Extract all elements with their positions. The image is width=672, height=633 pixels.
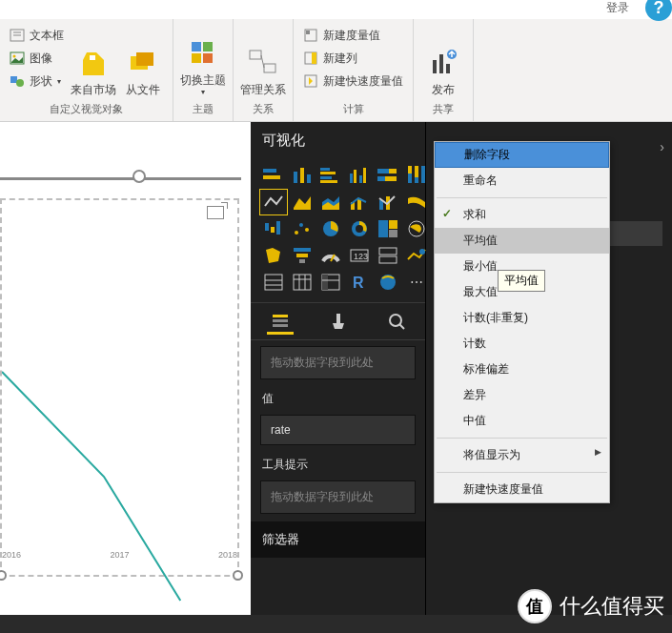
line-chart-visual[interactable]: 2016 2017 2018: [0, 198, 239, 577]
new-column-button[interactable]: 新建列: [299, 48, 407, 69]
svg-rect-90: [336, 314, 340, 323]
ctx-count[interactable]: 计数: [435, 331, 609, 357]
shapes-button[interactable]: 形状▾: [6, 71, 68, 92]
tooltip-well[interactable]: 拖动数据字段到此处: [260, 480, 416, 514]
watermark: 值 什么值得买: [518, 589, 664, 623]
py-visual-icon[interactable]: [375, 270, 401, 295]
line-chart-icon[interactable]: [260, 190, 287, 214]
from-file-button[interactable]: 从文件: [119, 21, 167, 97]
measure-icon: [303, 28, 318, 43]
r-visual-icon[interactable]: R: [346, 270, 373, 295]
svg-rect-47: [421, 166, 425, 183]
card-icon[interactable]: 123: [346, 243, 373, 268]
multirow-card-icon[interactable]: [375, 243, 401, 268]
stacked-area-icon[interactable]: [317, 190, 344, 214]
svg-rect-77: [294, 275, 311, 290]
slicer-icon[interactable]: [260, 270, 287, 295]
svg-rect-14: [250, 51, 261, 59]
ctx-remove-field[interactable]: 删除字段: [435, 142, 609, 168]
ctx-count-distinct[interactable]: 计数(非重复): [435, 305, 609, 331]
title-bar: 登录 ?: [0, 0, 672, 19]
login-link[interactable]: 登录: [606, 1, 629, 14]
svg-rect-63: [389, 230, 397, 237]
new-quickmeasure-button[interactable]: 新建快速度量值: [299, 71, 407, 92]
matrix-icon[interactable]: [317, 270, 344, 295]
pie-icon[interactable]: [317, 216, 344, 241]
svg-text:123: 123: [354, 252, 368, 261]
ctx-variance[interactable]: 差异: [435, 382, 609, 408]
from-market-button[interactable]: 来自市场: [70, 21, 117, 97]
svg-rect-23: [439, 54, 443, 73]
ctx-average[interactable]: 平均值: [435, 228, 609, 254]
svg-rect-30: [307, 174, 311, 183]
manage-relationships-button[interactable]: 管理关系: [239, 21, 287, 97]
svg-rect-46: [415, 166, 418, 177]
svg-rect-32: [320, 172, 336, 174]
funnel-icon[interactable]: [289, 243, 316, 268]
ctx-median[interactable]: 中值: [435, 408, 609, 434]
ctx-new-quick-measure[interactable]: 新建快速度量值: [435, 477, 609, 502]
fields-tab-icon[interactable]: [267, 308, 294, 335]
svg-point-4: [13, 55, 16, 58]
resize-handle[interactable]: [233, 570, 243, 581]
svg-text:R: R: [353, 275, 364, 291]
publish-button[interactable]: 发布: [419, 21, 467, 97]
axis-well[interactable]: 拖动数据字段到此处: [260, 346, 416, 379]
tooltip-section-label: 工具提示: [251, 451, 425, 475]
report-canvas[interactable]: 2016 2017 2018: [0, 122, 251, 615]
textbox-button[interactable]: 文本框: [6, 25, 68, 46]
svg-rect-74: [265, 275, 282, 290]
focus-mode-icon[interactable]: [207, 206, 224, 219]
scatter-icon[interactable]: [289, 216, 316, 241]
svg-rect-27: [263, 175, 280, 179]
svg-text:⋯: ⋯: [410, 275, 423, 290]
filled-map-icon[interactable]: [260, 243, 287, 268]
switch-theme-button[interactable]: 切换主题▾: [179, 21, 227, 97]
table-icon[interactable]: [289, 270, 316, 295]
treemap-icon[interactable]: [375, 216, 401, 241]
group-relationships-label: 关系: [239, 99, 287, 119]
clustered-column-icon[interactable]: [346, 163, 373, 188]
group-share-label: 共享: [419, 99, 467, 119]
svg-rect-52: [265, 223, 269, 231]
new-measure-button[interactable]: 新建度量值: [299, 25, 407, 46]
group-calc-label: 计算: [299, 99, 407, 119]
help-icon[interactable]: ?: [645, 0, 672, 21]
donut-icon[interactable]: [346, 216, 373, 241]
svg-rect-26: [263, 169, 276, 173]
area-chart-icon[interactable]: [289, 190, 316, 214]
clustered-bar-icon[interactable]: [317, 163, 344, 188]
chevron-right-icon[interactable]: ›: [660, 139, 664, 154]
viz-property-tabs: [251, 302, 425, 340]
svg-rect-54: [276, 221, 280, 235]
theme-icon: [187, 37, 219, 70]
waterfall-icon[interactable]: [260, 216, 287, 241]
format-tab-icon[interactable]: [325, 308, 352, 335]
line-chart-plot: [2, 305, 237, 615]
filters-header[interactable]: 筛选器: [251, 521, 425, 558]
combo-chart-icon[interactable]: [346, 190, 373, 214]
gauge-icon[interactable]: [317, 243, 344, 268]
combo-chart2-icon[interactable]: [375, 190, 401, 214]
svg-rect-53: [271, 227, 275, 233]
ctx-rename[interactable]: 重命名: [435, 168, 609, 194]
stacked-column-icon[interactable]: [289, 163, 316, 188]
ctx-stddev[interactable]: 标准偏差: [435, 357, 609, 382]
svg-rect-20: [312, 52, 316, 64]
svg-rect-67: [299, 259, 305, 263]
slicer-visual[interactable]: [0, 164, 241, 187]
viz-gallery: 123 R ⋯: [251, 163, 425, 295]
stacked-bar-icon[interactable]: [260, 163, 287, 188]
hover-tooltip: 平均值: [498, 270, 545, 292]
svg-rect-66: [296, 254, 308, 257]
analytics-tab-icon[interactable]: [383, 308, 410, 335]
image-button[interactable]: 图像: [6, 48, 68, 69]
ctx-show-value-as[interactable]: 将值显示为: [435, 442, 609, 468]
image-icon: [10, 51, 25, 66]
ctx-sum[interactable]: 求和: [435, 202, 609, 228]
value-well[interactable]: rate: [260, 415, 416, 445]
group-customvisuals-label: 自定义视觉对象: [6, 99, 167, 119]
hundred-bar-icon[interactable]: [375, 163, 401, 188]
publish-icon: [427, 47, 459, 79]
svg-rect-65: [294, 248, 311, 252]
